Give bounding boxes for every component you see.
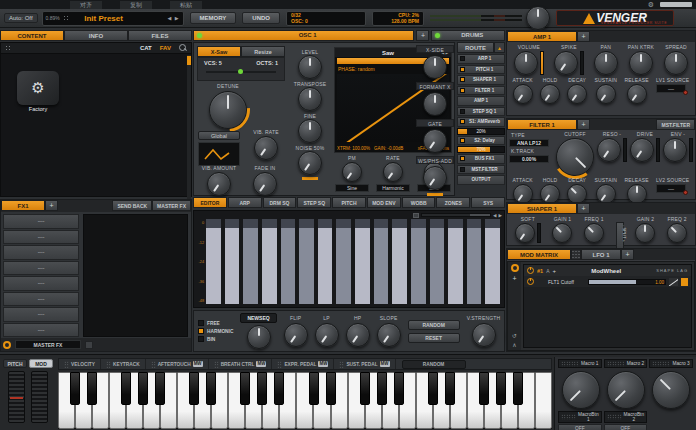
ktrack-value[interactable]: 0.00% — [509, 155, 549, 163]
editor-bar-7[interactable] — [318, 219, 333, 304]
tab-fx1[interactable]: FX1 — [1, 200, 45, 211]
editor-scrollbar[interactable]: ◀ ▶ — [413, 212, 502, 218]
black-key[interactable] — [138, 372, 148, 405]
mod-amount-slider[interactable]: 1.00 — [588, 279, 666, 285]
vib-amount-knob[interactable] — [207, 172, 231, 196]
slot-add-icon[interactable]: + — [552, 268, 556, 274]
route-checkbox[interactable] — [460, 56, 465, 61]
amp-release-knob[interactable] — [627, 84, 647, 104]
route-checkbox[interactable] — [460, 119, 465, 124]
tab-pitch[interactable]: PITCH — [332, 197, 366, 208]
cat-filter[interactable]: CAT — [140, 45, 152, 51]
harmonic-editor-display[interactable]: ◀ ▶ 0-12-24-36-48 — [193, 210, 505, 308]
route-item-shaper-1[interactable]: SHAPER 1 — [457, 75, 505, 85]
black-key[interactable] — [206, 372, 216, 405]
black-key[interactable] — [479, 372, 489, 405]
formant-x-knob[interactable] — [423, 92, 447, 116]
settings-gear-icon[interactable]: ⚙ — [648, 1, 654, 8]
tab-editor[interactable]: EDITOR — [193, 197, 227, 208]
black-key[interactable] — [326, 372, 336, 405]
auto-mode-button[interactable]: Auto: Off — [4, 13, 38, 23]
flip-knob[interactable] — [284, 323, 308, 347]
tab-drm-sq[interactable]: DRM SQ — [263, 197, 297, 208]
macrobtn1-off-button[interactable]: OFF — [558, 424, 602, 430]
editor-zoom-icon[interactable] — [413, 213, 419, 218]
route-checkbox[interactable] — [460, 77, 465, 82]
black-key[interactable] — [394, 372, 404, 405]
route-item-pitch-1[interactable]: PITCH 1 — [457, 65, 505, 75]
tab-sys[interactable]: SYS — [471, 197, 505, 208]
black-key[interactable] — [360, 372, 370, 405]
mod-shape-icon[interactable] — [669, 278, 678, 286]
lv2-source-select[interactable]: — — [656, 184, 686, 193]
matrix-plus-icon[interactable]: + — [512, 275, 516, 282]
route-item-step-sq-1[interactable]: STEP SQ 1 — [457, 107, 505, 117]
send-back-button[interactable]: SEND BACK — [112, 200, 152, 211]
drums-header-tab[interactable]: DRUMS — [431, 30, 505, 41]
mod-wheel[interactable] — [31, 371, 48, 423]
bin-radio[interactable] — [198, 336, 204, 342]
memory-button[interactable]: MEMORY — [190, 12, 237, 24]
amp-sustain-knob[interactable] — [596, 84, 616, 104]
black-key[interactable] — [189, 372, 199, 405]
noise-knob[interactable] — [298, 151, 322, 175]
gain1-knob[interactable] — [552, 223, 572, 243]
browser-scrollbar[interactable] — [187, 55, 191, 210]
editor-bar-5[interactable] — [281, 219, 296, 304]
fade-in-knob[interactable] — [253, 172, 277, 196]
lfo1-tab[interactable]: LFO 1 — [581, 249, 621, 260]
slope-knob[interactable] — [377, 323, 401, 347]
cutoff-knob[interactable] — [556, 138, 594, 176]
mod-wheel-label[interactable]: MOD — [29, 359, 53, 368]
editor-bar-11[interactable] — [392, 219, 407, 304]
black-key[interactable] — [428, 372, 438, 405]
editor-scroll-right-icon[interactable]: ▶ — [499, 213, 502, 218]
editor-bar-3[interactable] — [243, 219, 258, 304]
master-volume-knob[interactable] — [526, 6, 550, 30]
editor-bar-4[interactable] — [262, 219, 277, 304]
matrix-slot-header[interactable]: #1 A + ModWheel SHAPE LAG — [524, 265, 691, 276]
route-checkbox[interactable] — [460, 88, 465, 93]
ctrl-sust-pedal[interactable]: SUST. PEDALMW — [334, 359, 395, 369]
menu-item-copy[interactable]: 复制 — [120, 1, 152, 9]
tab-files[interactable]: FILES — [128, 30, 192, 41]
pitch-wheel-label[interactable]: PITCH — [3, 359, 27, 368]
fx-slot-3[interactable]: ---- — [3, 245, 79, 260]
editor-bar-8[interactable] — [336, 219, 351, 304]
lv1-source-select[interactable]: — — [656, 84, 686, 93]
amp1-tab[interactable]: AMP 1 — [507, 31, 577, 42]
mode-free[interactable]: FREE — [198, 320, 233, 326]
editor-bar-2[interactable] — [225, 219, 240, 304]
fx-slot-7[interactable]: ---- — [3, 307, 79, 322]
reso-knob[interactable] — [597, 138, 621, 162]
rate-knob[interactable] — [383, 162, 403, 182]
fx-add-button[interactable]: + — [45, 200, 58, 211]
global-button[interactable]: Global — [198, 131, 240, 140]
editor-bar-9[interactable] — [355, 219, 370, 304]
gate-knob[interactable] — [423, 129, 447, 153]
matrix-add-button[interactable]: + — [621, 249, 634, 260]
amp-decay-knob[interactable] — [567, 84, 587, 104]
amp-attack-knob[interactable] — [513, 84, 533, 104]
osc-add-button[interactable]: + — [416, 30, 429, 41]
matrix-target-icon[interactable] — [511, 264, 519, 272]
black-key[interactable] — [155, 372, 165, 405]
drive-knob[interactable] — [630, 138, 654, 162]
vstrength-knob[interactable] — [472, 323, 496, 347]
route-item-output[interactable]: OUTPUT — [457, 175, 505, 185]
route-send-slider[interactable]: 70% — [457, 146, 505, 153]
fx-slot-1[interactable]: ---- — [3, 214, 79, 229]
target-power-icon[interactable] — [527, 278, 534, 285]
fav-filter[interactable]: FAV — [160, 45, 171, 51]
route-item-filter-1[interactable]: FILTER 1 — [457, 86, 505, 96]
route-item-bus-fx1[interactable]: BUS FX1 — [457, 154, 505, 164]
hp-knob[interactable] — [346, 323, 370, 347]
black-key[interactable] — [87, 372, 97, 405]
spread-knob[interactable] — [664, 51, 688, 75]
newseq-knob[interactable] — [247, 325, 271, 349]
preset-prev-next-arrows[interactable]: ◀ ▶ — [167, 15, 179, 21]
shaper1-tab[interactable]: SHAPER 1 — [507, 203, 577, 214]
macro1-knob[interactable] — [562, 371, 600, 409]
random-button[interactable]: RANDOM — [408, 320, 460, 330]
mst-filter-button[interactable]: MST.FILTER — [656, 119, 695, 130]
